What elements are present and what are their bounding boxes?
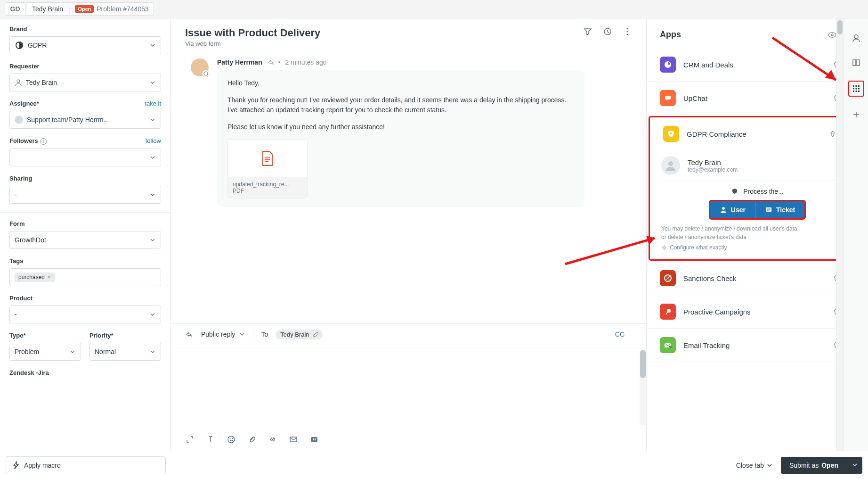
pin-icon[interactable] — [829, 130, 836, 138]
svg-point-0 — [17, 80, 20, 83]
ticket-tab[interactable]: Open Problem #744053 — [70, 2, 154, 16]
product-value: - — [15, 311, 17, 318]
reply-type-dropdown[interactable]: Public reply — [201, 330, 245, 338]
chevron-down-icon — [149, 79, 156, 86]
svg-rect-14 — [665, 96, 671, 99]
gdpr-user-button[interactable]: User — [710, 201, 755, 218]
attachment-icon[interactable] — [247, 435, 257, 444]
email-icon[interactable] — [289, 435, 298, 444]
chevron-down-icon — [149, 154, 156, 161]
customer-context-icon[interactable] — [850, 32, 863, 45]
ticket-title: Issue with Product Delivery — [185, 27, 320, 39]
gdpr-configure-link[interactable]: Configure what exactly — [661, 243, 853, 252]
edit-icon[interactable] — [313, 331, 319, 337]
info-icon[interactable]: i — [40, 138, 47, 145]
svg-rect-28 — [853, 88, 854, 90]
app-upchat[interactable]: UpChat — [647, 82, 868, 115]
recipient-chip[interactable]: Tedy Brain — [276, 330, 322, 339]
gdpr-ticket-button[interactable]: Ticket — [755, 201, 804, 218]
gdpr-user-row: Tedy Brain tedy@example.com — [661, 153, 853, 181]
app-name: UpChat — [683, 94, 825, 102]
attachment[interactable]: updated_tracking_re... PDF — [227, 139, 308, 198]
assignee-value: Support team/Patty Herrm... — [27, 116, 109, 124]
ticket-source: Via web form — [185, 40, 320, 47]
user-solid-icon — [720, 206, 727, 214]
svg-point-4 — [627, 34, 628, 35]
right-rail — [844, 18, 868, 479]
scrollbar[interactable] — [836, 18, 844, 451]
product-select[interactable]: - — [9, 306, 161, 323]
svg-point-6 — [228, 436, 235, 443]
form-value: GrowthDot — [15, 236, 46, 244]
app-sanctions[interactable]: Sanctions Check — [647, 262, 868, 295]
submit-button[interactable]: Submit as Open — [781, 457, 847, 474]
svg-point-16 — [668, 161, 673, 166]
composer-textarea[interactable] — [171, 345, 646, 430]
chevron-down-icon — [239, 331, 245, 338]
knowledge-icon[interactable] — [850, 56, 863, 69]
requester-select[interactable]: Tedy Brain — [9, 74, 161, 91]
bottom-bar: Apply macro Close tab Submit as Open — [0, 451, 868, 479]
more-icon[interactable] — [623, 27, 632, 36]
tags-input[interactable]: purchased× — [9, 268, 161, 286]
type-value: Problem — [15, 348, 39, 355]
pdf-icon — [261, 150, 274, 166]
form-label: Form — [9, 220, 161, 227]
filter-icon[interactable] — [583, 27, 592, 36]
svg-rect-29 — [855, 88, 857, 90]
brand-logo-icon — [15, 41, 24, 50]
app-crm[interactable]: CRM and Deals — [647, 48, 868, 82]
app-gdpr[interactable]: GDPR Compliance — [650, 117, 865, 150]
sharing-select[interactable]: - — [9, 186, 161, 204]
channel-badge-icon — [202, 70, 210, 77]
message-bubble: Hello Tedy, Thank you for reaching out! … — [217, 70, 584, 207]
assignee-select[interactable]: Support team/Patty Herrm... — [9, 111, 161, 129]
chevron-down-icon — [149, 116, 156, 123]
text-format-icon[interactable] — [206, 435, 215, 444]
app-proactive[interactable]: Proactive Campaigns — [647, 295, 868, 329]
svg-rect-33 — [858, 91, 860, 92]
message-line: Hello Tedy, — [227, 78, 574, 89]
add-panel-icon[interactable] — [850, 108, 863, 121]
app-gdpr-panel: GDPR Compliance Tedy Brain tedy@example.… — [649, 116, 866, 261]
apps-rail-icon[interactable] — [848, 81, 864, 97]
message-time: 2 minutes ago — [285, 58, 327, 66]
app-name: CRM and Deals — [683, 61, 825, 69]
cc-button[interactable]: CC — [615, 330, 632, 338]
follow-link[interactable]: follow — [146, 137, 161, 144]
take-it-link[interactable]: take it — [145, 100, 161, 107]
history-icon[interactable] — [603, 27, 612, 36]
user-tab[interactable]: Tedy Brain — [26, 2, 69, 16]
svg-rect-31 — [853, 91, 854, 92]
submit-dropdown[interactable] — [847, 457, 862, 474]
message-author[interactable]: Patty Herrman — [217, 58, 262, 66]
svg-point-2 — [627, 28, 628, 30]
app-email-tracking[interactable]: Email Tracking — [647, 329, 868, 362]
link-icon[interactable] — [268, 435, 277, 444]
quote-icon[interactable] — [309, 435, 319, 444]
visibility-icon[interactable] — [827, 30, 837, 40]
emoji-icon[interactable] — [227, 435, 236, 444]
form-select[interactable]: GrowthDot — [9, 231, 161, 249]
gdpr-user-name: Tedy Brain — [688, 158, 738, 166]
apply-macro-button[interactable]: Apply macro — [6, 456, 166, 474]
app-name: Sanctions Check — [683, 274, 825, 282]
chevron-down-icon — [149, 237, 156, 243]
svg-rect-27 — [858, 85, 860, 87]
svg-point-24 — [854, 35, 858, 39]
app-name: Proactive Campaigns — [683, 308, 825, 316]
brand-select[interactable]: GDPR — [9, 36, 161, 54]
sanctions-app-icon — [660, 270, 676, 286]
close-tab-button[interactable]: Close tab — [736, 462, 772, 469]
followers-select[interactable] — [9, 149, 161, 166]
upchat-app-icon — [660, 90, 676, 106]
apps-title: Apps — [660, 30, 681, 40]
tag-remove-icon[interactable]: × — [48, 274, 51, 281]
gdpr-help-text: You may delete / anonymize / download al… — [661, 224, 853, 252]
type-select[interactable]: Problem — [9, 343, 81, 361]
macro-label: Apply macro — [24, 462, 61, 469]
chevron-down-icon — [69, 348, 76, 355]
workspace-tab[interactable]: GD — [5, 2, 25, 16]
priority-select[interactable]: Normal — [89, 343, 161, 361]
expand-icon[interactable] — [185, 435, 195, 444]
